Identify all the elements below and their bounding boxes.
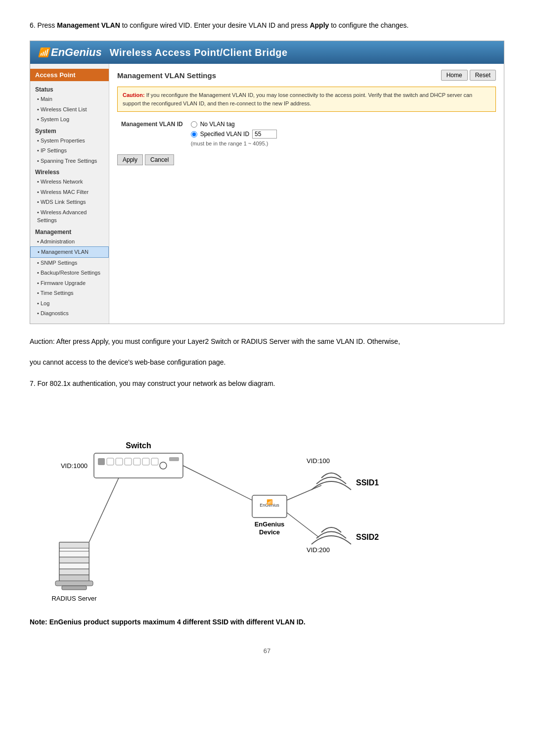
sidebar-item-ip-settings[interactable]: IP Settings bbox=[30, 145, 109, 156]
sidebar-section-management: Management bbox=[30, 226, 109, 236]
vid100-label: VID:100 bbox=[307, 457, 330, 465]
svg-rect-8 bbox=[169, 457, 179, 461]
sidebar-item-wds-link[interactable]: WDS Link Settings bbox=[30, 197, 109, 207]
ui-body: Access Point Status Main Wireless Client… bbox=[30, 64, 504, 324]
intro-text-before: 6. Press bbox=[30, 21, 57, 29]
svg-rect-2 bbox=[107, 458, 114, 465]
svg-line-25 bbox=[287, 513, 319, 537]
sidebar-item-backup-restore[interactable]: Backup/Restore Settings bbox=[30, 268, 109, 278]
svg-rect-19 bbox=[55, 581, 93, 586]
brand-name: EnGenius bbox=[51, 46, 102, 59]
main-content: Management VLAN Settings Home Reset Caut… bbox=[109, 64, 504, 324]
sidebar-item-spanning-tree[interactable]: Spanning Tree Settings bbox=[30, 156, 109, 166]
sidebar-item-wireless-mac-filter[interactable]: Wireless MAC Filter bbox=[30, 187, 109, 197]
radius-label: RADIUS Server bbox=[51, 595, 97, 602]
caution-text: If you reconfigure the Management VLAN I… bbox=[123, 92, 472, 106]
wifi-icon: 📶 bbox=[38, 47, 49, 58]
sidebar-item-administration[interactable]: Administration bbox=[30, 236, 109, 247]
page-number: 67 bbox=[30, 647, 504, 655]
sidebar: Access Point Status Main Wireless Client… bbox=[30, 64, 109, 324]
svg-rect-4 bbox=[125, 458, 132, 465]
svg-rect-0 bbox=[94, 453, 183, 478]
sidebar-item-wireless-network[interactable]: Wireless Network bbox=[30, 177, 109, 187]
svg-rect-1 bbox=[98, 458, 105, 465]
svg-rect-5 bbox=[134, 458, 140, 465]
sidebar-item-diagnostics[interactable]: Diagnostics bbox=[30, 308, 109, 319]
auction-text-2: you cannot access to the device's web-ba… bbox=[30, 357, 504, 368]
sidebar-item-snmp[interactable]: SNMP Settings bbox=[30, 258, 109, 268]
cancel-button[interactable]: Cancel bbox=[145, 154, 174, 165]
sidebar-item-log[interactable]: Log bbox=[30, 298, 109, 309]
vlan-hint: (must be in the range 1 ~ 4095.) bbox=[191, 141, 492, 146]
radio-no-vlan: No VLAN tag bbox=[191, 121, 492, 128]
ui-header: 📶 EnGenius Wireless Access Point/Client … bbox=[30, 41, 504, 64]
sidebar-item-wireless-advanced[interactable]: Wireless Advanced Settings bbox=[30, 207, 109, 226]
content-title: Management VLAN Settings bbox=[117, 71, 216, 80]
vlan-label: Management VLAN ID bbox=[117, 119, 187, 148]
svg-rect-17 bbox=[59, 569, 89, 575]
ssid1-label: SSID1 bbox=[356, 478, 379, 487]
sidebar-section-wireless: Wireless bbox=[30, 166, 109, 177]
intro-bold1: Management VLAN bbox=[57, 21, 120, 29]
radio-no-vlan-label: No VLAN tag bbox=[200, 121, 235, 128]
sidebar-section-status: Status bbox=[30, 83, 109, 94]
ssid2-label: SSID2 bbox=[356, 533, 379, 541]
home-button[interactable]: Home bbox=[441, 70, 468, 81]
content-header: Management VLAN Settings Home Reset bbox=[117, 70, 496, 81]
svg-line-24 bbox=[287, 485, 321, 500]
vlan-id-input[interactable] bbox=[252, 130, 277, 139]
header-buttons: Home Reset bbox=[441, 70, 496, 81]
auction-text-1: Auction: After press Apply, you must con… bbox=[30, 336, 504, 347]
header-page-title: Wireless Access Point/Client Bridge bbox=[110, 47, 288, 58]
radio-group: No VLAN tag Specified VLAN ID (must be i… bbox=[191, 121, 492, 146]
reset-button[interactable]: Reset bbox=[470, 70, 496, 81]
section7-text: 7. For 802.1x authentication, you may co… bbox=[30, 378, 504, 389]
sidebar-item-main[interactable]: Main bbox=[30, 94, 109, 104]
sidebar-item-firmware-upgrade[interactable]: Firmware Upgrade bbox=[30, 278, 109, 288]
sidebar-item-system-log[interactable]: System Log bbox=[30, 114, 109, 125]
vlan-options-cell: No VLAN tag Specified VLAN ID (must be i… bbox=[187, 119, 496, 148]
vid200-label: VID:200 bbox=[307, 546, 330, 554]
svg-line-10 bbox=[89, 478, 119, 542]
radio-specified-vlan-input[interactable] bbox=[191, 131, 197, 138]
intro-text-end: to configure the changes. bbox=[329, 21, 408, 29]
svg-rect-15 bbox=[59, 557, 89, 563]
action-buttons: Apply Cancel bbox=[117, 154, 496, 165]
vlan-form-row: Management VLAN ID No VLAN tag Specified… bbox=[117, 119, 496, 148]
svg-rect-20 bbox=[62, 586, 87, 590]
radio-specified-vlan: Specified VLAN ID bbox=[191, 130, 492, 139]
svg-rect-16 bbox=[59, 563, 89, 569]
vlan-form-table: Management VLAN ID No VLAN tag Specified… bbox=[117, 119, 496, 148]
note-text: Note: EnGenius product supports maximum … bbox=[30, 616, 504, 627]
svg-point-9 bbox=[160, 462, 167, 469]
intro-bold2: Apply bbox=[310, 21, 329, 29]
apply-button[interactable]: Apply bbox=[117, 154, 143, 165]
sidebar-item-management-vlan[interactable]: Management VLAN bbox=[30, 246, 109, 258]
sidebar-item-system-properties[interactable]: System Properties bbox=[30, 136, 109, 146]
engenius-label: EnGenius bbox=[255, 520, 285, 528]
switch-label: Switch bbox=[126, 441, 151, 450]
svg-rect-3 bbox=[116, 458, 123, 465]
sidebar-title: Access Point bbox=[30, 69, 109, 81]
svg-rect-7 bbox=[151, 458, 158, 465]
device-label: Device bbox=[259, 528, 280, 536]
radio-no-vlan-input[interactable] bbox=[191, 121, 197, 128]
sidebar-item-wireless-client-list[interactable]: Wireless Client List bbox=[30, 104, 109, 115]
network-diagram: Switch VID:1000 RADIUS Server bbox=[30, 399, 504, 607]
svg-rect-14 bbox=[59, 551, 89, 557]
svg-rect-13 bbox=[59, 542, 89, 548]
vid1000-label: VID:1000 bbox=[61, 462, 88, 470]
ui-panel: 📶 EnGenius Wireless Access Point/Client … bbox=[30, 41, 504, 324]
radio-specified-vlan-label: Specified VLAN ID bbox=[200, 131, 249, 138]
brand-logo: 📶 EnGenius bbox=[38, 46, 102, 59]
intro-text-mid: to configure wired VID. Enter your desir… bbox=[120, 21, 310, 29]
intro-paragraph: 6. Press Management VLAN to configure wi… bbox=[30, 20, 504, 31]
diagram-container: Switch VID:1000 RADIUS Server bbox=[30, 399, 504, 607]
caution-box: Caution: If you reconfigure the Manageme… bbox=[117, 87, 496, 112]
svg-text:📶: 📶 bbox=[267, 499, 273, 505]
sidebar-section-system: System bbox=[30, 125, 109, 136]
svg-rect-6 bbox=[142, 458, 149, 465]
sidebar-item-time-settings[interactable]: Time Settings bbox=[30, 288, 109, 298]
caution-label: Caution: bbox=[123, 92, 145, 98]
